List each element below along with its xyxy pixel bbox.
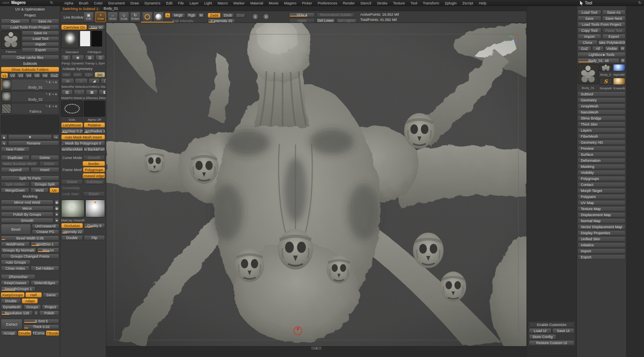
transp-icon[interactable]: ▤ — [85, 55, 95, 60]
bevel-button[interactable]: Bevel — [1, 224, 31, 235]
simple-brush-thumbnail[interactable]: S — [599, 78, 612, 85]
lbl-lock-start[interactable]: Lock Start — [61, 191, 82, 196]
smooth-mode-icon[interactable]: ● — [54, 218, 59, 223]
sec-contact[interactable]: Contact — [578, 182, 625, 187]
export-button[interactable]: Export — [602, 34, 626, 39]
lbl-frame-mesh[interactable]: Frame Mesh — [61, 167, 82, 172]
smooth-button[interactable]: Smooth — [83, 155, 105, 160]
rotate-button[interactable]: ↻ Rotate — [130, 12, 140, 22]
alpha-toggle-button[interactable]: A — [165, 13, 170, 18]
paste-tool-button[interactable]: Paste Tool — [602, 28, 626, 33]
alpha-thumbnail[interactable] — [84, 101, 105, 117]
sec-import[interactable]: Import — [578, 248, 625, 254]
sec-thick-skin[interactable]: Thick Skin — [578, 122, 625, 127]
sec-deformation[interactable]: Deformation — [578, 158, 625, 163]
sld-lazyradius-1[interactable]: LazyRadius 1 — [84, 128, 105, 134]
stroke-thumbnail[interactable] — [61, 101, 83, 117]
weldpoints-button[interactable]: WeldPoints — [1, 241, 30, 247]
mask-pen-icon[interactable]: ▨ — [61, 89, 73, 95]
sec-subtool[interactable]: Subtool — [578, 91, 625, 97]
groups-split-button[interactable]: Groups Split — [31, 182, 60, 187]
v3-button[interactable]: V3 — [17, 73, 24, 78]
sld-smoothgroups-1[interactable]: SmoothGroups 1 — [1, 286, 35, 291]
load-tools-from-project-button[interactable]: Load Tools From Project — [1, 25, 59, 30]
delete-button[interactable]: Delete — [31, 155, 60, 160]
sec-visibility[interactable]: Visibility — [578, 170, 625, 175]
x-button[interactable]: >X< — [61, 72, 72, 77]
groups-by-normals-button[interactable]: Groups By Normals — [1, 248, 36, 253]
mirror-and-weld-button[interactable]: Mirror And Weld — [1, 200, 54, 205]
lightbox-tools-button[interactable]: Lightbox►Tools — [578, 52, 625, 57]
save-ui-button[interactable]: Save Ui — [552, 328, 575, 333]
sdiv-slider[interactable]: SDiv 4 — [289, 12, 315, 17]
z-intensity-slider[interactable]: Z Intensity 25 — [208, 19, 235, 23]
double-button[interactable]: Double — [18, 330, 31, 336]
subtool-thumbnail[interactable] — [2, 80, 11, 89]
mirror-axis-icon[interactable]: ◉ — [54, 200, 59, 205]
sec-morph-target[interactable]: Morph Target — [578, 188, 625, 193]
live-boolean-toggle[interactable]: Live Boolean — [64, 15, 85, 19]
visible-button[interactable]: Visible — [605, 46, 619, 51]
sec-geometry[interactable]: Geometry — [578, 97, 625, 103]
mi-picker[interactable]: Picker — [299, 0, 315, 6]
save-next-button[interactable]: Save Next — [602, 16, 626, 21]
auto-groups-button[interactable]: Auto Groups — [1, 260, 31, 265]
sec-unified-skin[interactable]: Unified Skin — [578, 236, 625, 241]
apply-button[interactable]: Apply — [289, 18, 315, 23]
relative-button[interactable]: Relative — [84, 122, 105, 128]
sec-display-properties[interactable]: Display Properties — [578, 230, 625, 235]
substeps-button[interactable]: SubSteps — [84, 179, 105, 184]
zcut-button[interactable]: Zcut — [235, 13, 246, 18]
v6-button[interactable]: V6 — [41, 73, 49, 78]
lbl-curve-mode[interactable]: Curve Mode — [61, 155, 82, 160]
persp-icon[interactable]: ◳ — [61, 55, 71, 60]
crease-pg-button[interactable]: Crease PG — [32, 229, 60, 234]
copy-tool-button[interactable]: Copy Tool — [578, 28, 601, 33]
mi-magero[interactable]: Magero — [281, 0, 299, 6]
lazymouse-button[interactable]: LazyMouse — [61, 122, 83, 128]
new-folder-button[interactable]: New Folder — [1, 147, 30, 152]
goz-button[interactable]: GoZ — [50, 73, 59, 78]
restore-custom-ui-button[interactable]: Restore Custom UI — [529, 340, 574, 345]
subtool-indent-button[interactable]: ↳ — [1, 140, 7, 146]
polish-crisp-icon[interactable]: ○ — [34, 310, 38, 316]
open-button[interactable]: Open — [1, 19, 30, 24]
load-tools-from-project-button[interactable]: Load Tools From Project — [578, 22, 625, 27]
mi-movie[interactable]: Movie — [266, 0, 281, 6]
mi-color[interactable]: Color — [91, 0, 106, 6]
mi-zscript[interactable]: Zscript — [460, 0, 476, 6]
sec-preview[interactable]: Preview — [578, 146, 625, 151]
save-button[interactable]: Save — [578, 16, 601, 21]
d-macro-button[interactable]: D — [263, 13, 270, 20]
subtool-icons[interactable]: ✎ ◧ ● ◉ — [12, 92, 58, 96]
groups-changed-points-button[interactable]: Groups Changed Points — [1, 254, 59, 259]
sld-quality-8[interactable]: Quality 8 — [84, 223, 105, 228]
clone-button[interactable]: Clone — [578, 40, 598, 45]
preview-sphere-thumbnail[interactable] — [85, 200, 105, 217]
sec-vector-displacement-map[interactable]: Vector Displacement Map — [578, 224, 625, 229]
load-tool-button[interactable]: Load Tool — [578, 10, 601, 15]
mi-file[interactable]: File — [175, 0, 187, 6]
brush-preview-button[interactable] — [142, 12, 153, 22]
save-as-button[interactable]: Save As — [31, 19, 60, 24]
weld-button[interactable]: Weld — [30, 188, 49, 193]
make-boolean-mesh-button[interactable]: Make Boolean Mesh — [1, 161, 38, 166]
mi-stencil[interactable]: Stencil — [357, 0, 374, 6]
mi-light[interactable]: Light — [201, 0, 215, 6]
move-button[interactable]: ↔ Move — [107, 12, 118, 22]
zsub-button[interactable]: Zsub — [222, 13, 234, 18]
subtool-name[interactable]: Body_01 — [12, 85, 58, 89]
mirror-button[interactable]: Mirror — [1, 206, 54, 211]
save-as-button[interactable]: Save As — [602, 10, 626, 15]
no-back-forth-button[interactable]: No Back&Forth — [84, 147, 105, 152]
texture-swatch-white[interactable] — [80, 31, 91, 47]
sec-slime-bridge[interactable]: Slime Bridge — [578, 116, 625, 121]
mi-transform[interactable]: Transform — [420, 0, 442, 6]
sec-export[interactable]: Export — [578, 254, 625, 260]
draw-mode-button[interactable]: + Draw — [95, 12, 106, 22]
select-rect-icon[interactable]: ▭ — [61, 78, 74, 84]
y-button[interactable]: >Y< — [72, 72, 83, 77]
sld-maxan[interactable]: MaxAn — [37, 248, 59, 253]
polygroups-button[interactable]: Polygroups — [83, 167, 105, 172]
groups-button[interactable]: Groups — [23, 304, 41, 310]
